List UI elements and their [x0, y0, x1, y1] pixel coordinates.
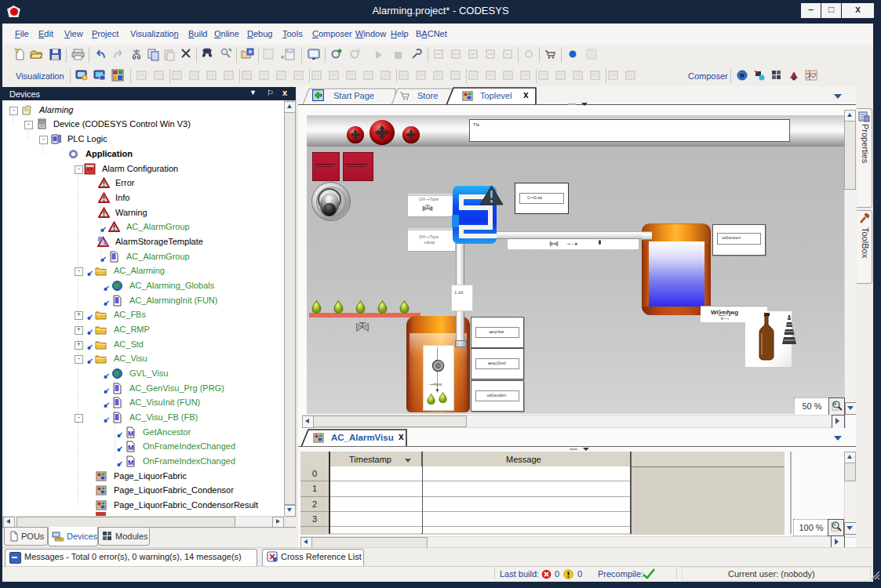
svg-text:M: M: [128, 430, 134, 437]
svg-text:M: M: [128, 459, 134, 466]
svg-text:M: M: [128, 444, 134, 452]
